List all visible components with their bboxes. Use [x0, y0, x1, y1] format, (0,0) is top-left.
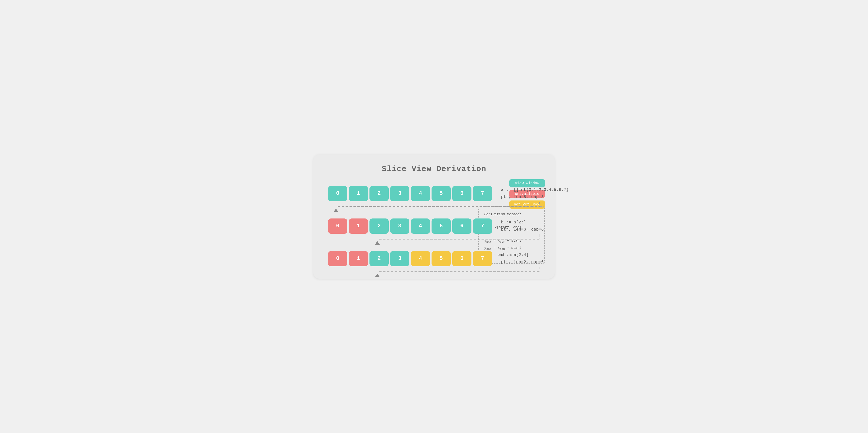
cell-a-2: 2 — [369, 186, 389, 201]
code-label-b: b := a[2:] ptr, len=6, cap=6 — [501, 219, 544, 233]
main-container: Slice View Derivation view window unavai… — [313, 154, 555, 279]
code-c-line1: c := a[2:4] — [501, 252, 544, 259]
row-a: 0 1 2 3 4 5 6 7 — [328, 186, 540, 201]
row-b-cells: 0 1 2 3 4 5 6 7 — [328, 219, 492, 234]
row-c-cell-row: 0 1 2 3 4 5 6 7 — [328, 251, 492, 266]
cell-c-1: 1 — [349, 251, 368, 266]
cell-a-3: 3 — [390, 186, 409, 201]
page-title: Slice View Derivation — [328, 165, 540, 174]
cell-a-4: 4 — [411, 186, 430, 201]
cell-c-3: 3 — [390, 251, 409, 266]
cell-c-4: 4 — [411, 251, 430, 266]
row-b-cell-row: 0 1 2 3 4 5 6 7 — [328, 219, 492, 234]
dashed-line-b — [379, 234, 540, 244]
cell-b-6: 6 — [452, 219, 471, 234]
row-c: 0 1 2 3 4 5 6 7 — [328, 251, 540, 266]
code-label-a: a := []int{0,1,2,3,4,5,6,7} ptr, len=8, … — [501, 186, 569, 201]
cell-c-6: 6 — [452, 251, 471, 266]
cell-a-5: 5 — [432, 186, 451, 201]
dashed-line-a — [338, 202, 540, 211]
cell-c-2: 2 — [369, 251, 389, 266]
cell-a-6: 6 — [452, 186, 471, 201]
cell-b-2: 2 — [369, 219, 389, 234]
row-a-cells: 0 1 2 3 4 5 6 7 — [328, 186, 492, 201]
cell-b-1: 1 — [349, 219, 368, 234]
cell-a-1: 1 — [349, 186, 368, 201]
diagram-area: 0 1 2 3 4 5 6 7 — [328, 186, 540, 266]
code-b-line2: ptr, len=6, cap=6 — [501, 226, 544, 233]
code-a-line1: a := []int{0,1,2,3,4,5,6,7} — [501, 186, 569, 194]
derivation-title: Derivation method: — [484, 211, 539, 218]
cell-b-7: 7 — [473, 219, 492, 234]
cell-b-0: 0 — [328, 219, 347, 234]
code-label-c: c := a[2:4] ptr, len=2, cap=6 — [501, 252, 544, 266]
cell-b-4: 4 — [411, 219, 430, 234]
cell-a-7: 7 — [473, 186, 492, 201]
cell-c-7: 7 — [473, 251, 492, 266]
derivation-formula3: ycap = xcap - start — [484, 244, 539, 252]
code-a-line2: ptr, len=8, cap=8 — [501, 194, 569, 201]
code-c-line2: ptr, len=2, cap=6 — [501, 259, 544, 266]
row-a-cell-row: 0 1 2 3 4 5 6 7 — [328, 186, 492, 201]
cell-c-0: 0 — [328, 251, 347, 266]
cell-c-5: 5 — [432, 251, 451, 266]
cell-a-0: 0 — [328, 186, 347, 201]
cell-b-5: 5 — [432, 219, 451, 234]
dashed-line-c — [379, 267, 540, 277]
code-b-line1: b := a[2:] — [501, 219, 544, 226]
row-c-cells: 0 1 2 3 4 5 6 7 — [328, 251, 492, 266]
row-b: 0 1 2 3 4 5 6 7 — [328, 219, 540, 234]
cell-b-3: 3 — [390, 219, 409, 234]
